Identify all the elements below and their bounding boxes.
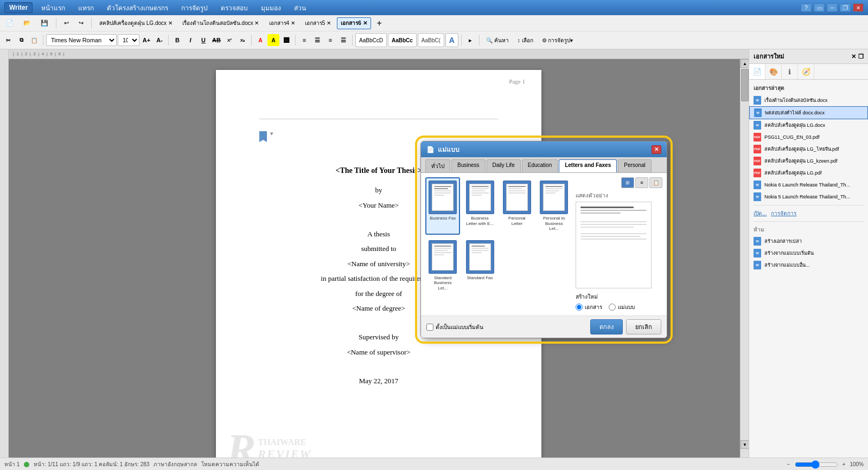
font-size-select[interactable]: 10 — [118, 34, 139, 46]
radio-template-input[interactable] — [609, 304, 616, 311]
new-button[interactable]: 📄 — [2, 17, 17, 29]
open-button[interactable]: 📂 — [20, 17, 35, 29]
dialog-tab-general[interactable]: ทั่วไป — [425, 159, 450, 172]
paste-button[interactable]: 📋 — [28, 34, 40, 46]
sidebar-file-6[interactable]: PDF สคลิปส์เครื่องดูดฝุ่น LG_kzeen.pdf — [749, 155, 868, 167]
font-family-select[interactable]: Times New Roman — [46, 34, 117, 46]
highlight-button[interactable]: A — [267, 34, 279, 46]
menu-insert[interactable]: แทรก — [76, 2, 96, 14]
sidebar-tab-properties[interactable]: ℹ — [782, 64, 798, 79]
sidebar-action-3[interactable]: W สร้างจากแม่แบบอื่น... — [749, 259, 868, 271]
template-standard-business[interactable]: Standard Business Let... — [425, 237, 460, 294]
superscript-button[interactable]: X² — [224, 34, 235, 46]
help-button[interactable]: ? — [801, 3, 812, 12]
sidebar-tab-styles[interactable]: 🎨 — [765, 64, 782, 79]
undo-button[interactable]: ↩ — [60, 17, 73, 29]
cut-button[interactable]: ✂ — [2, 34, 14, 46]
align-justify-button[interactable]: ☰ — [337, 34, 349, 46]
menu-home[interactable]: หน้าแรก — [39, 2, 67, 14]
style-aabbccd[interactable]: AaBbCcD — [355, 33, 387, 47]
font-size-increase[interactable]: A+ — [141, 34, 152, 46]
template-business-letter-e[interactable]: Business Letter with E... — [462, 177, 497, 235]
zoom-out-button[interactable]: − — [787, 461, 790, 467]
tab-doc3[interactable]: เอกสาร4 ✕ — [265, 17, 299, 29]
scroll-up-button[interactable]: ▲ — [741, 59, 749, 68]
grid-view-button[interactable]: ⊞ — [621, 177, 634, 188]
more-styles-button[interactable]: ▸ — [464, 34, 476, 46]
dialog-tab-daily-life[interactable]: Daily Life — [487, 159, 521, 172]
dialog-close-button[interactable]: ✕ — [652, 145, 661, 154]
radio-template[interactable]: แม่แบบ — [609, 303, 635, 311]
dialog-cancel-button[interactable]: ยกเลิก — [626, 319, 661, 334]
list-view-button[interactable]: ≡ — [635, 177, 648, 188]
sidebar-action-1[interactable]: W สร้างเอกสารเปล่า — [749, 235, 868, 247]
detail-view-button[interactable]: 📋 — [649, 177, 662, 188]
clear-format-button[interactable]: 🅰 — [280, 34, 292, 46]
sidebar-file-1[interactable]: W เรื่องด้านโถงดินสอบัลซัน.docx — [749, 94, 868, 106]
sidebar-file-4[interactable]: PDF PSG11_CUG_EN_03.pdf — [749, 131, 868, 143]
menu-review[interactable]: ตรวจสอบ — [219, 2, 250, 14]
sidebar-file-5[interactable]: PDF สคลิปส์เครื่องดูดฝุ่น LG_ไทยจีน.pdf — [749, 143, 868, 155]
copy-button[interactable]: ⧉ — [15, 34, 27, 46]
sidebar-file-2[interactable]: W พดสอบส่งคำไฟล์ docx.docx — [749, 106, 868, 119]
manage-link[interactable]: การจัดการ — [771, 209, 796, 217]
save-button[interactable]: 💾 — [37, 17, 52, 29]
sidebar-expand-button[interactable]: ❐ — [858, 53, 864, 60]
restore-button[interactable]: ❐ — [840, 3, 851, 12]
align-center-button[interactable]: ☰ — [311, 34, 323, 46]
dialog-tab-business[interactable]: Business — [451, 159, 486, 172]
style-a[interactable]: A — [445, 33, 458, 47]
sidebar-toggle[interactable]: ▭ — [814, 3, 825, 12]
scroll-thumb[interactable] — [741, 69, 749, 101]
tab-doc2[interactable]: เรื่องด้านโถงดินสอบัลซัน.docx ✕ — [178, 17, 263, 29]
find-button[interactable]: 🔍 ค้นหา — [482, 34, 513, 46]
close-button[interactable]: ✕ — [853, 3, 864, 12]
select-button[interactable]: ↕ เลือก — [514, 34, 537, 46]
menu-layout[interactable]: การจัดรูป — [179, 2, 210, 14]
font-color-button[interactable]: A — [254, 34, 266, 46]
template-personal-to-business[interactable]: Personal to Business Let... — [537, 177, 571, 235]
default-template-checkbox[interactable] — [426, 324, 433, 331]
strikethrough-button[interactable]: AB — [210, 34, 222, 46]
scroll-down-button[interactable]: ▼ — [741, 440, 749, 449]
menu-tools[interactable]: ส่วน — [292, 2, 308, 14]
zoom-slider[interactable] — [795, 460, 838, 469]
align-right-button[interactable]: ≡ — [324, 34, 336, 46]
sidebar-file-9[interactable]: W Nokia 5 Launch Release Thailand_Th... — [749, 191, 868, 203]
sidebar-action-2[interactable]: W สร้างจากแม่แบบเริ่มต้น — [749, 247, 868, 259]
template-personal-letter[interactable]: Personal Letter — [500, 177, 534, 235]
menu-view[interactable]: มุมมอง — [259, 2, 283, 14]
bold-button[interactable]: B — [171, 34, 183, 46]
align-left-button[interactable]: ≡ — [298, 34, 310, 46]
menu-format[interactable]: ตัวโครงสร้างเกษตรกร — [105, 2, 170, 14]
sidebar-tab-navigator[interactable]: 🧭 — [798, 64, 814, 79]
new-tab-button[interactable]: + — [373, 17, 386, 29]
zoom-in-button[interactable]: + — [843, 461, 846, 467]
sidebar-file-7[interactable]: PDF สคลิปส์เครื่องดูดฝุ่น LG.pdf — [749, 167, 868, 179]
style-aabbcc2[interactable]: AaBbC( — [418, 33, 444, 47]
dialog-ok-button[interactable]: ตกลง — [590, 319, 623, 334]
vertical-scrollbar[interactable]: ▲ ▼ — [740, 59, 749, 458]
tab-doc1[interactable]: สคลิปส์เครื่องดูดฝุ่น LG.docx ✕ — [95, 17, 176, 29]
italic-button[interactable]: I — [184, 34, 196, 46]
template-standard-fax[interactable]: Standard Fax — [462, 237, 497, 294]
redo-button[interactable]: ↪ — [75, 17, 87, 29]
open-link[interactable]: เปิด... — [754, 209, 767, 217]
sidebar-tab-docs[interactable]: 📄 — [749, 64, 765, 79]
tools-button[interactable]: ⚙ การจัดรูป▾ — [538, 34, 577, 46]
tab-doc5[interactable]: เอกสาร6 ✕ — [337, 17, 371, 29]
radio-document[interactable]: เอกสาร — [576, 303, 602, 311]
font-size-decrease[interactable]: A- — [154, 34, 165, 46]
subscript-button[interactable]: X₂ — [237, 34, 248, 46]
dialog-tab-personal[interactable]: Personal — [618, 159, 651, 172]
dialog-tab-letters[interactable]: Letters and Faxes — [559, 159, 617, 172]
style-aabbcc1[interactable]: AaBbCc — [388, 33, 417, 47]
minimize-button[interactable]: ─ — [827, 3, 838, 12]
tab-doc4[interactable]: เอกสาร5 ✕ — [301, 17, 335, 29]
sidebar-file-3[interactable]: W สคลิปส์เครื่องดูดฝุ่น LG.docx — [749, 119, 868, 131]
underline-button[interactable]: U — [197, 34, 209, 46]
dialog-tab-education[interactable]: Education — [522, 159, 558, 172]
radio-document-input[interactable] — [576, 304, 583, 311]
sidebar-close-button[interactable]: ✕ — [851, 53, 856, 60]
sidebar-file-8[interactable]: W Nokia 6 Launch Release Thailand_Th... — [749, 179, 868, 191]
